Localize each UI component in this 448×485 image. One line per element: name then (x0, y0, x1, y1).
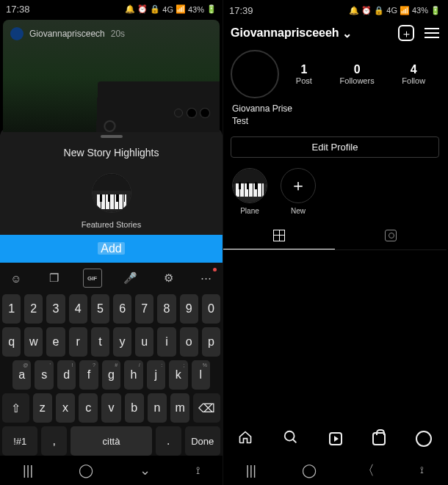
key-j[interactable]: j: (147, 360, 165, 390)
key-d[interactable]: d! (57, 360, 76, 390)
profile-avatar[interactable] (231, 50, 279, 98)
key-dot[interactable]: . (156, 426, 181, 456)
gif-icon[interactable]: GIF (83, 269, 102, 288)
key-7[interactable]: 7 (135, 294, 153, 324)
status-bar: 17:38 🔔 ⏰ 🔒 4G 📶 43% 🔋 (0, 0, 223, 18)
key-done[interactable]: Done (185, 426, 220, 456)
sticker-icon[interactable]: ❐ (45, 269, 64, 288)
key-b[interactable]: b (125, 393, 144, 423)
app-bottom-nav (223, 422, 447, 456)
key-q[interactable]: q (2, 327, 21, 357)
keyboard-number-row: 1 2 3 4 5 6 7 8 9 0 (2, 294, 220, 324)
story-avatar[interactable] (10, 27, 24, 40)
nav-home-icon[interactable]: ◯ (79, 462, 93, 478)
key-l[interactable]: l% (192, 360, 210, 390)
key-k[interactable]: k; (169, 360, 187, 390)
profile-feed-empty (223, 250, 447, 422)
stat-following[interactable]: 4 Follow (402, 63, 425, 85)
nav-recents-icon[interactable]: ||| (23, 463, 33, 478)
key-shift[interactable]: ⇧ (2, 393, 29, 423)
keyboard-row-3: ⇧ z x c v b n m ⌫ (2, 393, 220, 423)
stat-posts[interactable]: 1 Post (296, 63, 312, 85)
nav-reels-icon[interactable] (329, 432, 342, 445)
nav-hide-keyboard-icon[interactable]: ⌄ (140, 462, 151, 478)
key-4[interactable]: 4 (69, 294, 87, 324)
username-switcher[interactable]: Giovannaprisceeeh ⌄ (231, 26, 352, 40)
key-symbols[interactable]: !#1 (2, 426, 37, 456)
featured-label: Featured Stories (0, 220, 223, 229)
nav-recents-icon[interactable]: ||| (246, 463, 256, 478)
settings-icon[interactable]: ⚙ (159, 269, 178, 288)
key-0[interactable]: 0 (202, 294, 220, 324)
key-h[interactable]: h/ (124, 360, 142, 390)
highlight-item[interactable]: Plane (232, 168, 267, 215)
more-icon[interactable]: ⋯ (197, 269, 216, 288)
signal-icon: 4G (162, 5, 173, 14)
mic-icon[interactable]: 🎤 (120, 269, 140, 288)
nav-home-icon[interactable]: ◯ (302, 462, 317, 478)
bio-text: Test (232, 115, 438, 128)
highlight-new[interactable]: ＋ New (281, 168, 316, 215)
story-age: 20s (111, 29, 125, 39)
key-i[interactable]: i (157, 327, 176, 357)
key-5[interactable]: 5 (91, 294, 109, 324)
nav-profile-icon[interactable] (416, 431, 432, 447)
key-backspace[interactable]: ⌫ (193, 393, 220, 423)
key-comma[interactable]: , (41, 426, 67, 456)
edit-profile-button[interactable]: Edit Profile (231, 136, 439, 158)
nav-shop-icon[interactable] (372, 432, 386, 445)
key-a[interactable]: a@ (12, 360, 31, 390)
notification-icon: 🔔 (349, 6, 359, 15)
menu-icon[interactable] (424, 28, 439, 38)
key-v[interactable]: v (101, 393, 120, 423)
stat-posts-count: 1 (296, 63, 312, 76)
nav-home-icon[interactable] (238, 430, 253, 448)
profile-screen: 17:39 🔔 ⏰ 🔒 4G 📶 43% 🔋 Giovannaprisceeeh… (223, 0, 447, 485)
emoji-icon[interactable]: ☺ (7, 269, 26, 288)
stat-posts-label: Post (296, 76, 312, 85)
key-p[interactable]: p (202, 327, 220, 357)
key-f[interactable]: f? (79, 360, 98, 390)
story-preview[interactable]: Giovannaprisceech 20s (3, 20, 220, 132)
nav-accessibility-icon[interactable]: ⟟ (420, 464, 424, 476)
nav-back-icon[interactable]: 〈 (361, 462, 375, 479)
key-1[interactable]: 1 (2, 294, 21, 324)
key-n[interactable]: n (148, 393, 167, 423)
plus-icon: ＋ (281, 168, 316, 203)
key-o[interactable]: o (180, 327, 198, 357)
grid-icon (273, 230, 285, 241)
stat-followers-count: 0 (340, 63, 375, 76)
highlight-cover-thumb[interactable] (92, 173, 131, 213)
key-space[interactable]: città (71, 426, 152, 456)
key-x[interactable]: x (56, 393, 75, 423)
key-6[interactable]: 6 (113, 294, 131, 324)
nav-accessibility-icon[interactable]: ⟟ (196, 464, 200, 477)
key-m[interactable]: m (170, 393, 189, 423)
create-button[interactable]: ＋ (398, 25, 414, 41)
key-3[interactable]: 3 (46, 294, 65, 324)
key-9[interactable]: 9 (180, 294, 198, 324)
alarm-icon: ⏰ (137, 4, 148, 14)
key-y[interactable]: y (113, 327, 131, 357)
tab-tagged[interactable] (335, 222, 447, 249)
stat-followers[interactable]: 0 Followers (340, 63, 375, 85)
sheet-drag-handle[interactable] (101, 135, 123, 138)
sheet-title: New Story Highlights (0, 147, 223, 158)
story-username[interactable]: Giovannaprisceech (29, 29, 105, 39)
key-z[interactable]: z (33, 393, 52, 423)
key-u[interactable]: u (135, 327, 153, 357)
add-button[interactable]: Add (0, 235, 223, 263)
key-8[interactable]: 8 (157, 294, 176, 324)
key-g[interactable]: g# (102, 360, 120, 390)
soft-keyboard: ☺ ❐ GIF 🎤 ⚙ ⋯ 1 2 3 4 5 6 7 8 9 0 q w e … (0, 263, 223, 456)
key-e[interactable]: e (46, 327, 65, 357)
key-r[interactable]: r (69, 327, 87, 357)
key-2[interactable]: 2 (24, 294, 43, 324)
key-t[interactable]: t (91, 327, 109, 357)
key-c[interactable]: c (79, 393, 98, 423)
key-s[interactable]: s' (35, 360, 53, 390)
nav-search-icon[interactable] (283, 429, 299, 449)
key-w[interactable]: w (24, 327, 43, 357)
tab-grid[interactable] (223, 222, 335, 249)
edit-profile-label: Edit Profile (312, 142, 358, 153)
